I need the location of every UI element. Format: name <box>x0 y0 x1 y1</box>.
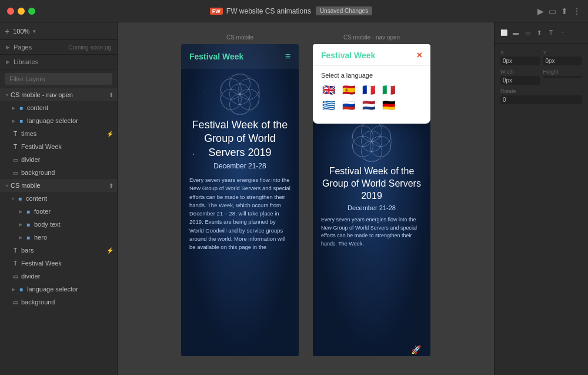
layer-festival-week-1[interactable]: T Festival Week <box>0 140 117 153</box>
layer-name: Festival Week <box>21 143 113 150</box>
align-left-button[interactable]: ⬜ <box>499 28 509 38</box>
x-prop: X 0px <box>500 49 540 65</box>
main-title: Festival Week of the Group of World Serv… <box>189 118 290 160</box>
right-app-date: December 21-28 <box>313 204 430 211</box>
layer-badge: ⚡ <box>106 131 113 137</box>
layer-background-2[interactable]: ▭ background <box>0 296 117 308</box>
layer-name: hero <box>34 234 113 241</box>
layer-body-text[interactable]: ▶ ■ body text <box>0 218 117 231</box>
rotate-label: Rotate <box>500 88 582 94</box>
layer-hero[interactable]: ▶ ■ hero <box>0 231 117 244</box>
flag-de[interactable]: 🇩🇪 <box>381 100 396 111</box>
more-props-button[interactable]: ⋮ <box>558 28 567 38</box>
rect-icon: ▭ <box>12 170 19 176</box>
rotate-prop: Rotate 0 <box>500 88 582 104</box>
fw-badge: FW <box>210 8 223 15</box>
language-overlay: Festival Week × Select a language 🇬🇧 🇪🇸 … <box>313 44 430 124</box>
expand-icon: ▶ <box>12 287 15 292</box>
title-bar: FW FW website CS animations Unsaved Chan… <box>0 0 588 22</box>
flag-gb[interactable]: 🇬🇧 <box>321 85 336 95</box>
overlay-close-icon[interactable]: × <box>417 50 422 61</box>
width-prop: Width 0px <box>500 69 540 85</box>
layer-group-nav-open[interactable]: ▾ CS mobile - nav open ⬆ <box>0 88 117 101</box>
layer-name: background <box>21 169 113 176</box>
xy-row: X 0px Y 0px <box>500 49 582 65</box>
flag-nl[interactable]: 🇳🇱 <box>361 100 376 111</box>
layer-language-selector-2[interactable]: ▶ ■ language selector <box>0 283 117 296</box>
zoom-dropdown-icon[interactable]: ▾ <box>33 28 36 34</box>
layer-divider-2[interactable]: ▭ divider <box>0 270 117 283</box>
close-button[interactable] <box>7 8 14 15</box>
pages-value: Coming soon pg <box>68 44 111 51</box>
maximize-button[interactable] <box>28 8 35 15</box>
layer-footer[interactable]: ▶ ■ footer <box>0 205 117 218</box>
layer-content-1[interactable]: ▶ ■ content <box>0 101 117 114</box>
expand-icon: ▶ <box>19 222 22 227</box>
layer-times[interactable]: T times ⚡ <box>0 127 117 140</box>
layer-name: divider <box>21 273 113 280</box>
pages-chevron: ▶ <box>6 44 10 50</box>
layer-language-selector-1[interactable]: ▶ ■ language selector <box>0 114 117 127</box>
layer-bars[interactable]: T bars ⚡ <box>0 244 117 257</box>
pages-section[interactable]: ▶ Pages Coming soon pg <box>0 40 117 54</box>
width-value[interactable]: 0px <box>500 76 540 85</box>
more-icon[interactable]: ⋮ <box>573 6 581 16</box>
rotate-value[interactable]: 0 <box>500 95 582 104</box>
layer-name: background <box>21 298 113 306</box>
layer-badge: ⚡ <box>106 247 113 254</box>
align-top-button[interactable]: ⬆ <box>534 28 544 38</box>
layer-name: language selector <box>27 286 113 293</box>
filter-input[interactable] <box>5 73 112 85</box>
flower-of-life <box>219 74 260 115</box>
width-label: Width <box>500 69 540 75</box>
y-value[interactable]: 0px <box>543 57 583 65</box>
group-expand-icon: ▾ <box>6 183 8 188</box>
flag-fr[interactable]: 🇫🇷 <box>361 85 376 95</box>
layer-name: content <box>27 104 113 111</box>
right-panel-props: X 0px Y 0px Width 0px Height R <box>495 44 588 114</box>
device-icon[interactable]: ▭ <box>549 6 556 16</box>
layer-content-2[interactable]: ▾ ■ content <box>0 192 117 205</box>
left-mobile-content: Festival Week ≡ <box>181 44 299 356</box>
libraries-section[interactable]: ▶ Libraries <box>0 55 117 69</box>
layer-group-cs-mobile[interactable]: ▾ CS mobile ⬆ <box>0 179 117 192</box>
app-ui-right: Festival Week × Select a language 🇬🇧 🇪🇸 … <box>313 44 430 356</box>
upload-icon[interactable]: ⬆ <box>561 6 568 16</box>
flag-es[interactable]: 🇪🇸 <box>341 85 356 95</box>
x-value[interactable]: 0px <box>500 57 540 65</box>
align-right-button[interactable]: ▭ <box>523 28 532 38</box>
window-controls <box>7 8 35 15</box>
flag-ru[interactable]: 🇷🇺 <box>341 100 356 111</box>
right-main-title: Festival Week of the Group of World Serv… <box>313 165 430 202</box>
layer-name: footer <box>34 208 113 215</box>
flag-it[interactable]: 🇮🇹 <box>381 85 396 95</box>
zoom-level: 100% <box>13 28 29 35</box>
text-button[interactable]: T <box>546 28 556 38</box>
group-nav-open-badge: ⬆ <box>109 92 113 98</box>
app-title: FW FW website CS animations <box>210 7 311 15</box>
expand-icon: ▶ <box>12 105 15 111</box>
layer-divider-1[interactable]: ▭ divider <box>0 153 117 166</box>
layer-festival-week-2[interactable]: T Festival Week <box>0 257 117 270</box>
flag-row-1: 🇬🇧 🇪🇸 🇫🇷 🇮🇹 <box>321 85 422 95</box>
minimize-button[interactable] <box>18 8 25 15</box>
flag-row-2: 🇬🇷 🇷🇺 🇳🇱 🇩🇪 <box>321 100 422 111</box>
expand-icon: ▶ <box>19 235 22 240</box>
folder-icon: ■ <box>25 221 32 228</box>
right-mobile-content: Festival Week × Select a language 🇬🇧 🇪🇸 … <box>313 44 430 356</box>
rect-icon: ▭ <box>12 273 19 280</box>
overlay-app-title: Festival Week <box>321 51 375 60</box>
libraries-label: Libraries <box>14 58 38 65</box>
align-center-button[interactable]: ▬ <box>511 28 520 38</box>
app-description: Every seven years energies flow into the… <box>189 176 290 251</box>
flag-gr[interactable]: 🇬🇷 <box>321 100 336 111</box>
add-layer-button[interactable]: + <box>5 26 9 36</box>
height-value[interactable] <box>543 76 583 78</box>
play-icon[interactable]: ▶ <box>537 6 544 16</box>
right-description: Every seven years energies flow into the… <box>313 216 430 248</box>
group-nav-open-label: CS mobile - nav open <box>11 91 106 98</box>
layer-background-1[interactable]: ▭ background <box>0 166 117 179</box>
y-label: Y <box>543 49 583 55</box>
sidebar-toolbar: + 100% ▾ <box>0 22 117 40</box>
hamburger-icon[interactable]: ≡ <box>285 51 290 62</box>
